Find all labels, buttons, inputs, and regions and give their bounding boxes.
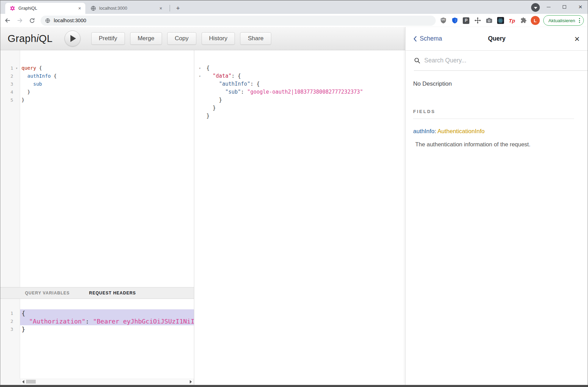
secondary-editor-tabs: QUERY VARIABLES REQUEST HEADERS [0, 287, 194, 299]
update-label: Aktualisieren [548, 18, 575, 23]
code-line: } [195, 96, 405, 104]
scroll-right-arrow-icon[interactable] [190, 380, 192, 384]
window-frame-top [0, 0, 588, 0]
tab-close-icon[interactable]: × [158, 6, 164, 11]
field-separator: : [434, 128, 437, 135]
back-button[interactable] [3, 16, 12, 25]
doc-explorer-panel: Schema Query × No Description FIELDS aut… [405, 27, 588, 385]
graphiql-app: GraphiQL Prettify Merge Copy History Sha… [0, 27, 588, 385]
update-browser-button[interactable]: Aktualisieren [543, 15, 584, 26]
url-text: localhost:3000 [54, 18, 86, 23]
field-description: The authentication information of the re… [415, 141, 580, 148]
window-frame-bottom [0, 385, 588, 387]
query-editor-pane: 1▾query {2 authInfo {3 sub4 }5} QUERY VA… [0, 50, 194, 385]
url-bar[interactable]: localhost:3000 [41, 16, 436, 26]
browser-tab-strip: GraphiQL × localhost:3000 × + × [0, 0, 588, 14]
code-line[interactable]: 4 } [0, 88, 194, 96]
window-close-button[interactable]: × [572, 0, 588, 14]
history-button[interactable]: History [202, 32, 235, 45]
doc-search-input[interactable] [424, 57, 570, 64]
code-line[interactable]: 3} [0, 325, 194, 333]
tab-close-icon[interactable]: × [77, 6, 83, 11]
window-frame-left [0, 0, 0, 387]
merge-button[interactable]: Merge [130, 32, 162, 45]
reload-button[interactable] [27, 16, 36, 25]
field-name-link[interactable]: authInfo [413, 128, 434, 135]
extensions-puzzle-icon[interactable] [519, 16, 528, 25]
doc-back-link[interactable]: Schema [413, 35, 442, 42]
code-line[interactable]: 2 authInfo { [0, 72, 194, 80]
prettify-button[interactable]: Prettify [91, 32, 125, 45]
ublock-letters: UO [441, 18, 445, 21]
code-line: } [195, 112, 405, 120]
code-line: ▾{ [195, 64, 405, 72]
new-tab-button[interactable]: + [173, 4, 182, 13]
horizontal-scrollbar[interactable] [0, 379, 194, 385]
globe-icon [45, 18, 50, 23]
tab-request-headers[interactable]: REQUEST HEADERS [89, 291, 136, 295]
fields-category-title: FIELDS [413, 109, 574, 119]
tp-letters: Tp [509, 18, 515, 24]
code-line: "authInfo": { [195, 80, 405, 88]
play-icon [70, 35, 76, 42]
code-line[interactable]: 5} [0, 96, 194, 104]
field-type-link[interactable]: AuthenticationInfo [437, 128, 485, 135]
ublock-extension-icon[interactable]: UO [439, 16, 448, 25]
forward-button[interactable] [15, 16, 24, 25]
doc-close-button[interactable]: × [574, 34, 580, 43]
globe-icon [91, 6, 96, 11]
query-editor[interactable]: 1▾query {2 authInfo {3 sub4 }5} [0, 50, 194, 287]
code-line: } [195, 104, 405, 112]
tab-localhost[interactable]: localhost:3000 × [86, 3, 167, 14]
response-viewer: ▾{▾ "data": { "authInfo": { "sub": "goog… [195, 50, 405, 385]
code-line[interactable]: 2 "Authorization": "Bearer eyJhbGciOiJSU… [0, 317, 194, 325]
search-icon [414, 57, 420, 64]
doc-explorer-header: Schema Query × [406, 27, 588, 51]
tab-title: localhost:3000 [99, 6, 158, 11]
execute-query-button[interactable] [65, 31, 80, 46]
scrollbar-corner [0, 379, 20, 385]
doc-search-row [414, 51, 588, 71]
profile-avatar[interactable]: L [531, 16, 540, 25]
code-line[interactable]: 1{ [0, 309, 194, 317]
move-crosshair-extension-icon[interactable] [474, 16, 482, 25]
bitwarden-extension-icon[interactable] [451, 16, 459, 25]
doc-back-label: Schema [420, 35, 442, 42]
share-button[interactable]: Share [240, 32, 271, 45]
response-pane: ▾{▾ "data": { "authInfo": { "sub": "goog… [195, 50, 405, 385]
code-line[interactable]: 1▾query { [0, 64, 194, 72]
tab-title: GraphiQL [18, 6, 77, 11]
window-maximize-button[interactable] [556, 0, 572, 14]
type-description: No Description [413, 80, 580, 87]
window-minimize-button[interactable] [540, 0, 556, 14]
graphql-favicon-icon [10, 6, 15, 11]
tp-extension-icon[interactable]: Tp [508, 16, 516, 25]
copy-button[interactable]: Copy [167, 32, 196, 45]
scrollbar-track[interactable] [20, 379, 194, 384]
kebab-menu-icon[interactable] [578, 17, 581, 24]
code-line: ▾ "data": { [195, 72, 405, 80]
chevron-left-icon [413, 36, 417, 42]
p-letter: P [463, 17, 469, 24]
chevron-down-menu-icon[interactable] [531, 3, 540, 12]
code-line: "sub": "google-oauth2|108377380082777232… [195, 88, 405, 96]
request-headers-editor[interactable]: 1{2 "Authorization": "Bearer eyJhbGciOiJ… [0, 299, 194, 379]
scrollbar-thumb[interactable] [26, 380, 36, 384]
react-devtools-extension-icon[interactable] [496, 16, 505, 25]
camera-extension-icon[interactable] [485, 16, 493, 25]
doc-body: No Description FIELDS authInfo: Authenti… [406, 71, 588, 148]
field-row: authInfo: AuthenticationInfo [413, 128, 580, 135]
tab-separator [170, 5, 170, 11]
tab-query-variables[interactable]: QUERY VARIABLES [25, 291, 70, 295]
scroll-left-arrow-icon[interactable] [22, 380, 24, 384]
p-extension-icon[interactable]: P [462, 16, 470, 25]
graphiql-topbar: GraphiQL Prettify Merge Copy History Sha… [0, 27, 405, 50]
code-line[interactable]: 3 sub [0, 80, 194, 88]
graphiql-logo: GraphiQL [8, 33, 53, 44]
browser-toolbar: localhost:3000 UO P Tp L Aktualisieren [0, 14, 588, 27]
tab-graphiql[interactable]: GraphiQL × [5, 3, 85, 14]
